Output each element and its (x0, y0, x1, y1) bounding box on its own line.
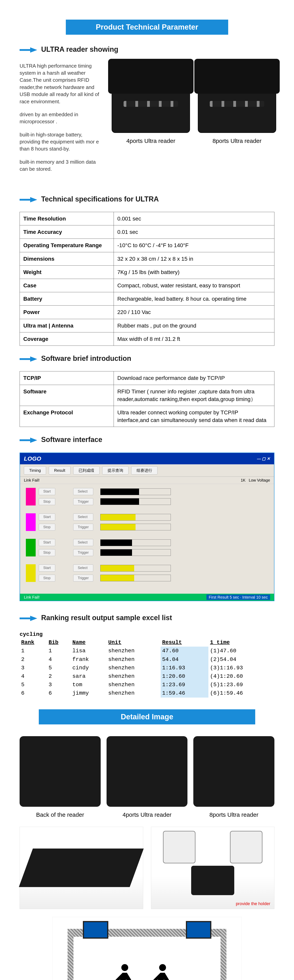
select-button[interactable]: Select (73, 488, 93, 495)
detail-back: Back of the reader (19, 736, 101, 819)
select-button[interactable]: Select (73, 539, 93, 546)
intro-row: ULTRA high performance timing system in … (19, 62, 275, 178)
heading-tech-specs: Technical specifications for ULTRA (41, 194, 159, 204)
spec-key: Time Accuracy (20, 225, 114, 239)
trigger-button[interactable]: Trigger (73, 498, 93, 505)
toolbar-button[interactable]: Result (49, 466, 70, 474)
detail-back-image (19, 736, 101, 807)
truss-post-right (221, 929, 226, 980)
excel-cell: 3 (47, 681, 71, 689)
reader-channel-row: Start Stop Select Trigger (26, 488, 268, 506)
spec-value: -10°C to 60°C / -4°F to 140°F (114, 239, 275, 252)
toolbar-button[interactable]: 组赛进行 (131, 466, 157, 474)
excel-cell: shenzhen (107, 647, 161, 655)
trigger-button[interactable]: Trigger (73, 549, 93, 556)
spec-value: Rechargeable, lead battery. 8 hour ca. o… (114, 292, 275, 305)
excel-cell: shenzhen (107, 689, 161, 697)
excel-cell: (2)54.04 (208, 655, 275, 663)
intro-p2: driven by an embedded in microprocessor … (19, 111, 104, 125)
mat-photo (19, 827, 143, 909)
excel-cell: tom (71, 681, 107, 689)
spec-key: Battery (20, 292, 114, 305)
excel-cell: 54.04 (161, 655, 208, 663)
excel-cell: frank (71, 655, 107, 663)
reader-8port-image (198, 62, 276, 133)
trigger-button[interactable]: Trigger (73, 575, 93, 582)
tripod-drawing (151, 827, 275, 909)
reader-channel-row: Start Stop Select Trigger (26, 564, 268, 582)
start-button[interactable]: Start (39, 514, 55, 520)
reader-8port-col: 8ports Ultra reader (198, 62, 276, 145)
banner-detailed-image: Detailed Image (39, 710, 255, 724)
stop-button[interactable]: Stop (39, 575, 55, 582)
spec-value: 0.001 sec (114, 212, 275, 225)
trigger-button[interactable]: Trigger (73, 524, 93, 531)
channel-color (26, 488, 36, 506)
toolbar-button[interactable]: 已到成绩 (73, 466, 100, 474)
software-infobar: Link Fail! 1K Low Voltage (20, 477, 274, 484)
section-software-brief: Software brief introduction (19, 353, 282, 363)
excel-header-row: RankBibNameUnitResult1 time (19, 638, 275, 647)
finish-line-photo (52, 917, 242, 980)
excel-cell: cindy (71, 663, 107, 672)
excel-cell: 1:16.93 (161, 663, 208, 672)
toolbar-button[interactable]: 提示查询 (102, 466, 129, 474)
excel-output: cycling RankBibNameUnitResult1 time11lis… (19, 630, 275, 698)
select-button[interactable]: Select (73, 514, 93, 520)
section-ranking-output: Ranking result output sample excel list (19, 613, 282, 623)
excel-cell: 5 (19, 681, 47, 689)
excel-cell: (4)1:20.60 (208, 672, 275, 681)
spec-key: Time Resolution (20, 212, 114, 225)
excel-cell: 4 (47, 655, 71, 663)
stop-button[interactable]: Stop (39, 549, 55, 556)
spec-value: Rubber mats , put on the ground (114, 319, 275, 332)
select-button[interactable]: Select (73, 565, 93, 571)
window-controls: — ▢ ✕ (257, 456, 270, 461)
software-key: Exchange Protocol (20, 406, 114, 427)
detail-4port-image (106, 736, 188, 807)
toolbar-button[interactable]: Timing (24, 466, 46, 474)
spec-row: Dimensions32 x 20 x 38 cm / 12 x 8 x 15 … (20, 252, 275, 266)
spec-row: Time Resolution0.001 sec (20, 212, 275, 225)
reader-4port-col: 4ports Ultra reader (112, 62, 190, 145)
channel-bars (100, 488, 171, 505)
excel-header-cell: Result (161, 638, 208, 647)
software-footer: Link Fail! First Result 5 sec · Interval… (20, 594, 274, 601)
excel-cell: shenzhen (107, 672, 161, 681)
photo-row: provide the holder (19, 827, 275, 909)
spec-row: Operating Temperature Range-10°C to 60°C… (20, 239, 275, 252)
start-button[interactable]: Start (39, 565, 55, 571)
spec-key: Case (20, 279, 114, 292)
reader-4port-image (112, 62, 190, 133)
stop-button[interactable]: Stop (39, 524, 55, 531)
intro-p4: built-in memory and 3 million data can b… (19, 158, 104, 173)
spec-row: Ultra mat | AntennaRubber mats , put on … (20, 319, 275, 332)
excel-cell: 6 (19, 689, 47, 697)
spec-value: Max width of 8 mt / 31.2 ft (114, 332, 275, 345)
arrow-icon (19, 356, 37, 361)
reader-channel-row: Start Stop Select Trigger (26, 513, 268, 531)
start-button[interactable]: Start (39, 539, 55, 546)
excel-header-cell: 1 time (208, 638, 275, 647)
excel-cell: 4 (19, 672, 47, 681)
arrow-icon (19, 437, 37, 442)
channel-bars (100, 565, 171, 581)
excel-header-cell: Unit (107, 638, 161, 647)
start-button[interactable]: Start (39, 488, 55, 495)
detail-8port-image (193, 736, 275, 807)
excel-cell: (1)47.60 (208, 647, 275, 655)
software-toolbar: TimingResult已到成绩提示查询组赛进行 (20, 465, 274, 477)
section-ultra-showing: ULTRA reader showing (19, 45, 282, 54)
channel-color (26, 513, 36, 531)
arrow-icon (19, 196, 37, 202)
spec-row: Weight7Kg / 15 lbs (with battery) (20, 266, 275, 279)
spec-key: Ultra mat | Antenna (20, 319, 114, 332)
spec-value: 220 / 110 Vac (114, 305, 275, 319)
software-row: Exchange ProtocolUltra reader connect wo… (20, 406, 275, 427)
stop-button[interactable]: Stop (39, 498, 55, 505)
spec-table: Time Resolution0.001 secTime Accuracy0.0… (19, 212, 275, 346)
spec-key: Operating Temperature Range (20, 239, 114, 252)
excel-cell: 2 (19, 655, 47, 663)
detail-8port: 8ports Ultra reader (193, 736, 275, 819)
spec-value: 32 x 20 x 38 cm / 12 x 8 x 15 in (114, 252, 275, 266)
